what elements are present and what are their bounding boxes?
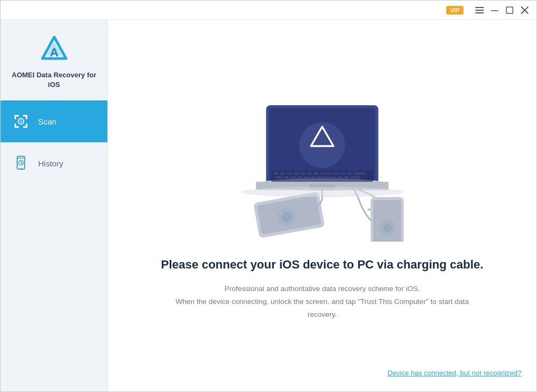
history-nav-icon [11, 154, 31, 173]
svg-point-69 [241, 187, 404, 197]
illustration [220, 91, 424, 242]
svg-rect-41 [320, 172, 325, 175]
vip-badge[interactable]: VIP [446, 6, 463, 14]
svg-point-22 [20, 168, 21, 169]
minimize-button[interactable] [487, 3, 502, 18]
svg-rect-50 [297, 176, 302, 179]
svg-rect-54 [324, 176, 329, 179]
app-layout: A AOMEI Data Recovery for iOS [1, 20, 536, 392]
maximize-button[interactable] [502, 3, 517, 18]
svg-rect-34 [274, 172, 279, 175]
svg-rect-1 [475, 10, 484, 11]
main-content: Please connect your iOS device to PC via… [108, 20, 536, 392]
nav-items: Scan History [1, 100, 107, 184]
menu-icon [475, 6, 484, 14]
svg-rect-4 [506, 7, 513, 13]
history-icon [12, 155, 30, 172]
svg-rect-40 [314, 172, 319, 175]
scan-nav-icon [11, 112, 31, 131]
svg-line-26 [21, 163, 23, 164]
titlebar: VIP [1, 1, 536, 20]
svg-rect-38 [300, 172, 306, 175]
subtitle: Professional and authoritative data reco… [161, 282, 483, 322]
svg-rect-43 [333, 172, 339, 175]
svg-rect-35 [280, 172, 286, 175]
sidebar-item-history[interactable]: History [1, 142, 107, 184]
svg-rect-36 [287, 172, 292, 175]
svg-text:A: A [50, 46, 59, 59]
svg-point-20 [20, 121, 22, 122]
sub-line1: Professional and authoritative data reco… [224, 285, 420, 293]
svg-point-29 [299, 122, 345, 168]
svg-rect-0 [475, 7, 484, 8]
svg-rect-47 [275, 176, 282, 179]
link-area: Device has connected, but not recognized… [388, 368, 521, 378]
svg-rect-57 [344, 176, 349, 179]
sidebar: A AOMEI Data Recovery for iOS [1, 20, 108, 392]
history-label: History [38, 159, 63, 168]
close-button[interactable] [517, 3, 532, 18]
svg-rect-12 [14, 115, 16, 119]
svg-rect-39 [307, 172, 313, 175]
sub-line2: When the device connecting, unlock the s… [176, 297, 469, 318]
app-logo: A [38, 33, 70, 65]
scan-icon [12, 113, 30, 130]
svg-rect-46 [353, 172, 366, 175]
svg-rect-52 [310, 176, 316, 179]
logo-area: A AOMEI Data Recovery for iOS [1, 20, 107, 100]
svg-rect-16 [14, 124, 16, 128]
svg-rect-45 [347, 172, 352, 175]
svg-rect-44 [340, 172, 345, 175]
svg-rect-58 [350, 176, 360, 179]
svg-rect-42 [327, 172, 332, 175]
svg-rect-51 [304, 176, 309, 179]
menu-button[interactable] [472, 3, 487, 18]
app-title: AOMEI Data Recovery for iOS [9, 70, 99, 90]
close-icon [521, 6, 528, 14]
svg-rect-2 [475, 12, 484, 13]
device-not-recognized-link[interactable]: Device has connected, but not recognized… [388, 369, 521, 377]
maximize-icon [506, 6, 513, 14]
main-heading: Please connect your iOS device to PC via… [161, 258, 483, 272]
svg-rect-37 [294, 172, 299, 175]
sidebar-item-scan[interactable]: Scan [1, 100, 107, 142]
svg-rect-55 [330, 176, 336, 179]
svg-rect-3 [491, 10, 498, 11]
svg-rect-14 [26, 115, 27, 119]
svg-rect-48 [284, 176, 289, 179]
svg-rect-56 [337, 176, 343, 179]
minimize-icon [491, 6, 498, 14]
svg-rect-53 [317, 176, 323, 179]
svg-point-67 [383, 223, 392, 232]
svg-rect-49 [291, 176, 296, 179]
scan-label: Scan [38, 117, 56, 126]
svg-rect-18 [26, 124, 27, 128]
